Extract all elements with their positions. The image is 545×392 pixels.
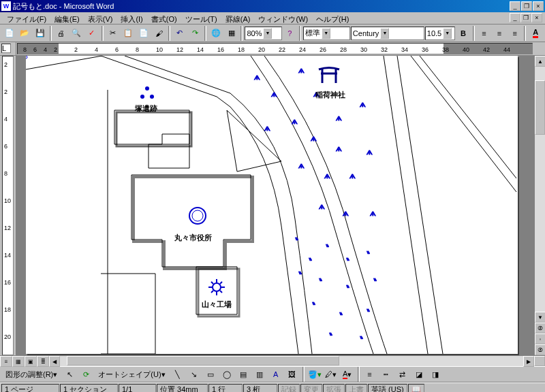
scroll-up-button[interactable]: ▲ [535, 56, 545, 67]
status-ext: 拡張 [323, 384, 345, 392]
svg-text:〟: 〟 [326, 240, 333, 248]
vertical-ruler[interactable]: 2 2 4 6 8 10 12 14 16 18 20 [0, 56, 16, 355]
weblayout-view-button[interactable]: ▦ [12, 356, 25, 367]
vtextbox-button[interactable]: ▥ [252, 367, 267, 382]
dash-style-button[interactable]: ┅ [379, 367, 394, 382]
svg-text:〟: 〟 [298, 267, 306, 275]
menu-format[interactable]: 書式(O) [147, 13, 181, 23]
scroll-left-button[interactable]: ◀ [49, 356, 60, 367]
hscroll-thumb[interactable] [67, 356, 339, 365]
doc-minimize-button[interactable]: _ [510, 13, 520, 22]
scroll-right-button[interactable]: ▶ [523, 356, 534, 367]
status-book-icon: 📖 [408, 384, 424, 392]
svg-text:ѧ: ѧ [298, 66, 305, 74]
oval-button[interactable]: ◯ [219, 367, 234, 382]
align-center-button[interactable]: ≡ [492, 26, 507, 41]
svg-text:〟: 〟 [373, 274, 381, 282]
redo-button[interactable]: ↷ [188, 26, 203, 41]
rotate-button[interactable]: ⟳ [78, 367, 93, 382]
select-objects-button[interactable]: ↖ [62, 367, 77, 382]
font-combo[interactable]: Century▼ [351, 27, 424, 40]
font-color-button[interactable]: A [528, 26, 543, 41]
svg-text:ѧ: ѧ [336, 144, 342, 152]
web-toolbar-button[interactable]: ▦ [224, 26, 239, 41]
zoom-combo[interactable]: 80%▼ [245, 27, 281, 40]
shadow-button[interactable]: ◪ [411, 367, 426, 382]
scroll-down-button[interactable]: ▼ [535, 312, 545, 323]
cut-button[interactable]: ✂ [106, 26, 121, 41]
arrow-button[interactable]: ↘ [187, 367, 202, 382]
svg-text:〟: 〟 [309, 253, 316, 261]
arrow-style-button[interactable]: ⇄ [395, 367, 410, 382]
menu-ruled[interactable]: 罫線(A) [221, 13, 255, 23]
svg-text:ѧ: ѧ [349, 172, 356, 180]
pagelayout-view-button[interactable]: ▣ [25, 356, 37, 367]
new-button[interactable]: 📄 [2, 26, 17, 41]
menu-insert[interactable]: 挿入(I) [116, 13, 146, 23]
line-color-button[interactable]: 🖊▾ [324, 367, 339, 382]
horizontal-scrollbar[interactable]: ◀ ▶ [49, 356, 534, 366]
normal-view-button[interactable]: ≡ [0, 356, 12, 367]
svg-text:〟: 〟 [367, 246, 374, 255]
status-position: 位置 34mm [157, 384, 208, 392]
outline-view-button[interactable]: ≣ [37, 356, 49, 367]
save-button[interactable]: 💾 [33, 26, 48, 41]
open-button[interactable]: 📂 [18, 26, 33, 41]
spell-button[interactable]: ✓ [84, 26, 99, 41]
draw-adjust-menu[interactable]: 図形の調整(R) ▾ [2, 367, 61, 382]
svg-text:〟: 〟 [319, 274, 326, 282]
menu-tools[interactable]: ツール(T) [181, 13, 221, 23]
svg-text:ѧ: ѧ [319, 202, 325, 210]
browse-object-button[interactable]: ◦ [535, 333, 545, 344]
maximize-button[interactable]: ❐ [521, 1, 532, 11]
undo-button[interactable]: ↶ [172, 26, 187, 41]
rectangle-button[interactable]: ▭ [203, 367, 218, 382]
paste-button[interactable]: 📄 [136, 26, 151, 41]
scroll-thumb[interactable] [535, 80, 545, 135]
clipart-button[interactable]: 🖼 [285, 367, 300, 382]
format-painter-button[interactable]: 🖌 [151, 26, 166, 41]
autoshape-menu[interactable]: オートシェイプ(U) ▾ [95, 367, 168, 382]
label-cityhall: 丸々市役所 [174, 233, 212, 243]
align-right-button[interactable]: ≡ [508, 26, 523, 41]
status-pages: 1/1 [119, 384, 156, 392]
page[interactable]: ѧ ѧ ѧ ѧ ѧ ѧ ѧ ѧ ѧ ѧ ѧ ѧ ѧ ѧ ѧ [26, 56, 518, 354]
ruler-corner: L [0, 42, 16, 55]
bold-button[interactable]: B [456, 26, 471, 41]
menu-edit[interactable]: 編集(E) [50, 13, 84, 23]
menu-file[interactable]: ファイル(F) [3, 13, 50, 23]
svg-text:〟: 〟 [295, 233, 302, 241]
font-color-button-2[interactable]: A▾ [340, 367, 355, 382]
status-section: 1 セクション [60, 384, 118, 392]
wordart-button[interactable]: A [268, 367, 283, 382]
svg-text:ѧ: ѧ [370, 209, 376, 217]
fill-color-button[interactable]: 🪣▾ [307, 367, 322, 382]
menu-view[interactable]: 表示(V) [84, 13, 117, 23]
preview-button[interactable]: 🔍 [69, 26, 84, 41]
svg-text:ѧ: ѧ [292, 117, 298, 125]
textbox-button[interactable]: ▤ [236, 367, 251, 382]
horizontal-ruler[interactable]: 8 6 4 2 2 4 6 8 10 12 14 16 18 20 22 24 … [17, 43, 533, 54]
menu-help[interactable]: ヘルプ(H) [312, 13, 353, 23]
tab-selector[interactable]: L [1, 44, 11, 53]
doc-restore-button[interactable]: ❐ [520, 13, 531, 22]
align-left-button[interactable]: ≡ [477, 26, 492, 41]
next-page-button[interactable]: ⦿ [535, 344, 545, 355]
help-button[interactable]: ? [283, 26, 298, 41]
hyperlink-button[interactable]: 🌐 [208, 26, 223, 41]
status-line: 1 行 [208, 384, 243, 392]
vertical-scrollbar[interactable]: ▲ ▼ ⦿ ◦ ⦿ [534, 56, 545, 355]
size-combo[interactable]: 10.5▼ [425, 27, 455, 40]
close-button[interactable]: × [533, 1, 544, 11]
minimize-button[interactable]: _ [510, 1, 520, 11]
menu-bar: ファイル(F) 編集(E) 表示(V) 挿入(I) 書式(O) ツール(T) 罫… [0, 12, 545, 24]
doc-close-button[interactable]: × [531, 13, 542, 22]
prev-page-button[interactable]: ⦿ [535, 323, 545, 333]
copy-button[interactable]: 📋 [121, 26, 136, 41]
print-button[interactable]: 🖨 [54, 26, 69, 41]
line-style-button[interactable]: ≡ [362, 367, 377, 382]
3d-button[interactable]: ◨ [428, 367, 443, 382]
menu-window[interactable]: ウィンドウ(W) [254, 13, 312, 23]
line-button[interactable]: ╲ [170, 367, 185, 382]
style-combo[interactable]: 標準▼ [303, 27, 350, 40]
